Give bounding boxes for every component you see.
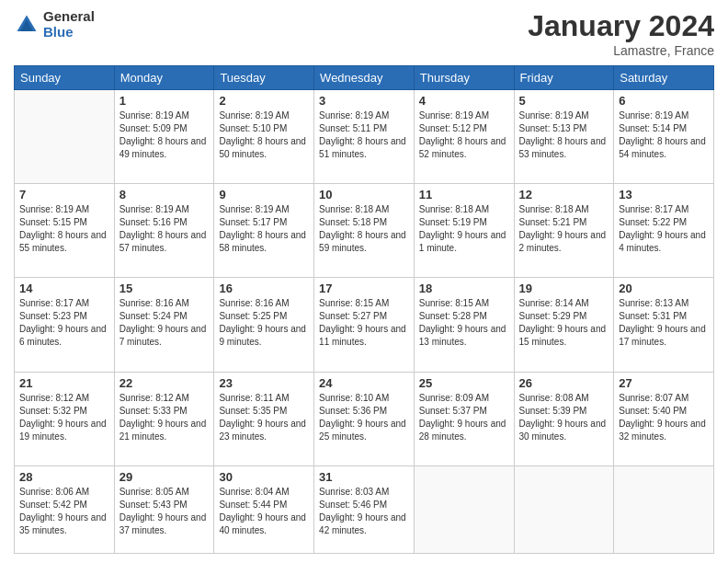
calendar-cell: 5Sunrise: 8:19 AM Sunset: 5:13 PM Daylig… xyxy=(514,90,614,184)
day-info: Sunrise: 8:17 AM Sunset: 5:23 PM Dayligh… xyxy=(19,297,109,349)
calendar-cell: 17Sunrise: 8:15 AM Sunset: 5:27 PM Dayli… xyxy=(314,278,415,372)
day-info: Sunrise: 8:16 AM Sunset: 5:24 PM Dayligh… xyxy=(119,297,210,349)
day-info: Sunrise: 8:15 AM Sunset: 5:28 PM Dayligh… xyxy=(419,297,509,349)
calendar-cell: 26Sunrise: 8:08 AM Sunset: 5:39 PM Dayli… xyxy=(514,372,614,465)
location: Lamastre, France xyxy=(528,43,714,58)
day-number: 20 xyxy=(619,282,709,295)
day-header-tuesday: Tuesday xyxy=(214,66,314,90)
calendar-cell: 31Sunrise: 8:03 AM Sunset: 5:46 PM Dayli… xyxy=(314,465,415,553)
day-number: 22 xyxy=(119,376,210,390)
calendar-cell: 24Sunrise: 8:10 AM Sunset: 5:36 PM Dayli… xyxy=(314,372,415,465)
day-info: Sunrise: 8:19 AM Sunset: 5:15 PM Dayligh… xyxy=(19,203,109,255)
calendar-cell: 29Sunrise: 8:05 AM Sunset: 5:43 PM Dayli… xyxy=(114,465,214,553)
day-number: 14 xyxy=(19,282,109,295)
day-info: Sunrise: 8:19 AM Sunset: 5:16 PM Dayligh… xyxy=(119,203,210,255)
logo-text: General Blue xyxy=(43,9,95,40)
calendar-cell: 4Sunrise: 8:19 AM Sunset: 5:12 PM Daylig… xyxy=(414,90,514,184)
day-header-saturday: Saturday xyxy=(614,66,714,90)
month-title: January 2024 xyxy=(528,9,714,43)
day-number: 26 xyxy=(519,376,609,390)
day-info: Sunrise: 8:07 AM Sunset: 5:40 PM Dayligh… xyxy=(619,392,709,443)
day-number: 25 xyxy=(419,376,509,390)
day-info: Sunrise: 8:19 AM Sunset: 5:14 PM Dayligh… xyxy=(619,109,709,161)
calendar-cell: 19Sunrise: 8:14 AM Sunset: 5:29 PM Dayli… xyxy=(514,278,614,372)
day-info: Sunrise: 8:12 AM Sunset: 5:33 PM Dayligh… xyxy=(119,392,210,443)
day-info: Sunrise: 8:09 AM Sunset: 5:37 PM Dayligh… xyxy=(419,392,509,443)
calendar-cell: 8Sunrise: 8:19 AM Sunset: 5:16 PM Daylig… xyxy=(114,184,214,278)
calendar-cell: 16Sunrise: 8:16 AM Sunset: 5:25 PM Dayli… xyxy=(214,278,314,372)
day-number: 1 xyxy=(119,94,210,108)
calendar-week-row: 7Sunrise: 8:19 AM Sunset: 5:15 PM Daylig… xyxy=(15,184,714,278)
calendar-cell: 13Sunrise: 8:17 AM Sunset: 5:22 PM Dayli… xyxy=(614,184,714,278)
calendar-cell: 22Sunrise: 8:12 AM Sunset: 5:33 PM Dayli… xyxy=(114,372,214,465)
logo: General Blue xyxy=(14,9,95,40)
day-header-sunday: Sunday xyxy=(15,66,115,90)
calendar-cell: 28Sunrise: 8:06 AM Sunset: 5:42 PM Dayli… xyxy=(15,465,115,553)
day-info: Sunrise: 8:11 AM Sunset: 5:35 PM Dayligh… xyxy=(219,392,309,443)
day-number: 12 xyxy=(519,188,609,201)
logo-icon xyxy=(14,12,40,38)
day-number: 29 xyxy=(119,470,210,484)
calendar-cell: 23Sunrise: 8:11 AM Sunset: 5:35 PM Dayli… xyxy=(214,372,314,465)
day-info: Sunrise: 8:06 AM Sunset: 5:42 PM Dayligh… xyxy=(19,486,109,537)
calendar-cell: 1Sunrise: 8:19 AM Sunset: 5:09 PM Daylig… xyxy=(114,90,214,184)
logo-blue: Blue xyxy=(43,25,95,40)
day-header-monday: Monday xyxy=(114,66,214,90)
calendar-cell: 12Sunrise: 8:18 AM Sunset: 5:21 PM Dayli… xyxy=(514,184,614,278)
calendar-cell: 27Sunrise: 8:07 AM Sunset: 5:40 PM Dayli… xyxy=(614,372,714,465)
calendar-cell: 14Sunrise: 8:17 AM Sunset: 5:23 PM Dayli… xyxy=(15,278,115,372)
day-info: Sunrise: 8:18 AM Sunset: 5:21 PM Dayligh… xyxy=(519,203,609,255)
day-info: Sunrise: 8:18 AM Sunset: 5:18 PM Dayligh… xyxy=(319,203,409,255)
day-number: 24 xyxy=(319,376,409,390)
calendar-week-row: 21Sunrise: 8:12 AM Sunset: 5:32 PM Dayli… xyxy=(15,372,714,465)
day-number: 19 xyxy=(519,282,609,295)
calendar-cell: 30Sunrise: 8:04 AM Sunset: 5:44 PM Dayli… xyxy=(214,465,314,553)
day-number: 28 xyxy=(19,470,109,484)
day-info: Sunrise: 8:04 AM Sunset: 5:44 PM Dayligh… xyxy=(219,486,309,537)
day-info: Sunrise: 8:19 AM Sunset: 5:09 PM Dayligh… xyxy=(119,109,210,161)
day-info: Sunrise: 8:19 AM Sunset: 5:11 PM Dayligh… xyxy=(319,109,409,161)
logo-general: General xyxy=(43,9,95,25)
day-number: 3 xyxy=(319,94,409,108)
calendar-cell: 7Sunrise: 8:19 AM Sunset: 5:15 PM Daylig… xyxy=(15,184,115,278)
calendar-week-row: 28Sunrise: 8:06 AM Sunset: 5:42 PM Dayli… xyxy=(15,465,714,553)
calendar-cell: 9Sunrise: 8:19 AM Sunset: 5:17 PM Daylig… xyxy=(214,184,314,278)
calendar-cell: 6Sunrise: 8:19 AM Sunset: 5:14 PM Daylig… xyxy=(614,90,714,184)
day-number: 17 xyxy=(319,282,409,295)
day-number: 5 xyxy=(519,94,609,108)
calendar-cell: 2Sunrise: 8:19 AM Sunset: 5:10 PM Daylig… xyxy=(214,90,314,184)
day-number: 15 xyxy=(119,282,210,295)
calendar-week-row: 1Sunrise: 8:19 AM Sunset: 5:09 PM Daylig… xyxy=(15,90,714,184)
day-info: Sunrise: 8:17 AM Sunset: 5:22 PM Dayligh… xyxy=(619,203,709,255)
calendar-cell xyxy=(614,465,714,553)
day-number: 8 xyxy=(119,188,210,201)
day-number: 21 xyxy=(19,376,109,390)
day-number: 27 xyxy=(619,376,709,390)
calendar-cell: 21Sunrise: 8:12 AM Sunset: 5:32 PM Dayli… xyxy=(15,372,115,465)
page: General Blue January 2024 Lamastre, Fran… xyxy=(0,0,728,563)
day-info: Sunrise: 8:16 AM Sunset: 5:25 PM Dayligh… xyxy=(219,297,309,349)
day-info: Sunrise: 8:19 AM Sunset: 5:17 PM Dayligh… xyxy=(219,203,309,255)
day-header-thursday: Thursday xyxy=(414,66,514,90)
day-number: 9 xyxy=(219,188,309,201)
calendar-cell: 15Sunrise: 8:16 AM Sunset: 5:24 PM Dayli… xyxy=(114,278,214,372)
day-number: 18 xyxy=(419,282,509,295)
day-header-wednesday: Wednesday xyxy=(314,66,415,90)
day-number: 2 xyxy=(219,94,309,108)
calendar-cell: 25Sunrise: 8:09 AM Sunset: 5:37 PM Dayli… xyxy=(414,372,514,465)
day-number: 16 xyxy=(219,282,309,295)
header: General Blue January 2024 Lamastre, Fran… xyxy=(14,9,714,58)
calendar-cell xyxy=(414,465,514,553)
day-info: Sunrise: 8:19 AM Sunset: 5:12 PM Dayligh… xyxy=(419,109,509,161)
day-info: Sunrise: 8:19 AM Sunset: 5:10 PM Dayligh… xyxy=(219,109,309,161)
day-number: 13 xyxy=(619,188,709,201)
calendar-cell: 3Sunrise: 8:19 AM Sunset: 5:11 PM Daylig… xyxy=(314,90,415,184)
day-number: 7 xyxy=(19,188,109,201)
calendar-cell xyxy=(514,465,614,553)
day-number: 11 xyxy=(419,188,509,201)
day-info: Sunrise: 8:13 AM Sunset: 5:31 PM Dayligh… xyxy=(619,297,709,349)
day-info: Sunrise: 8:14 AM Sunset: 5:29 PM Dayligh… xyxy=(519,297,609,349)
day-number: 6 xyxy=(619,94,709,108)
day-info: Sunrise: 8:19 AM Sunset: 5:13 PM Dayligh… xyxy=(519,109,609,161)
calendar-header-row: SundayMondayTuesdayWednesdayThursdayFrid… xyxy=(15,66,714,90)
